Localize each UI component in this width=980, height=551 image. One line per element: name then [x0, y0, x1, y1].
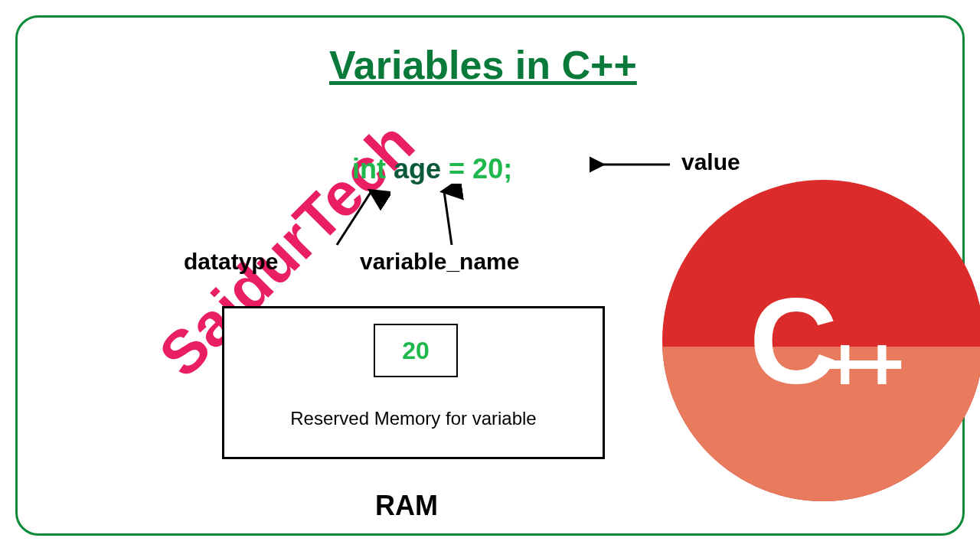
memory-box: 20 Reserved Memory for variable	[222, 306, 605, 459]
cpp-logo-suffix: ++	[822, 320, 897, 408]
code-terminator: ;	[503, 153, 512, 184]
code-value: 20	[472, 153, 503, 184]
cpp-logo-text: C++	[662, 180, 980, 501]
ram-label: RAM	[375, 490, 438, 522]
page-title: Variables in C++	[329, 42, 637, 88]
code-equals: =	[449, 153, 465, 184]
label-variable-name: variable_name	[360, 249, 519, 275]
memory-cell: 20	[374, 324, 458, 377]
code-declaration: int age = 20;	[352, 153, 512, 185]
code-varname: age	[394, 153, 441, 184]
code-datatype: int	[352, 153, 386, 184]
cpp-logo-circle: C++	[662, 180, 980, 501]
svg-line-2	[444, 191, 452, 245]
svg-line-1	[337, 191, 371, 245]
memory-caption: Reserved Memory for variable	[224, 408, 603, 429]
cpp-logo: C++	[662, 180, 980, 501]
arrow-datatype-icon	[329, 184, 390, 253]
arrow-varname-icon	[429, 184, 475, 253]
arrow-value-icon	[590, 153, 674, 184]
label-datatype: datatype	[184, 249, 278, 275]
label-value: value	[681, 149, 740, 175]
